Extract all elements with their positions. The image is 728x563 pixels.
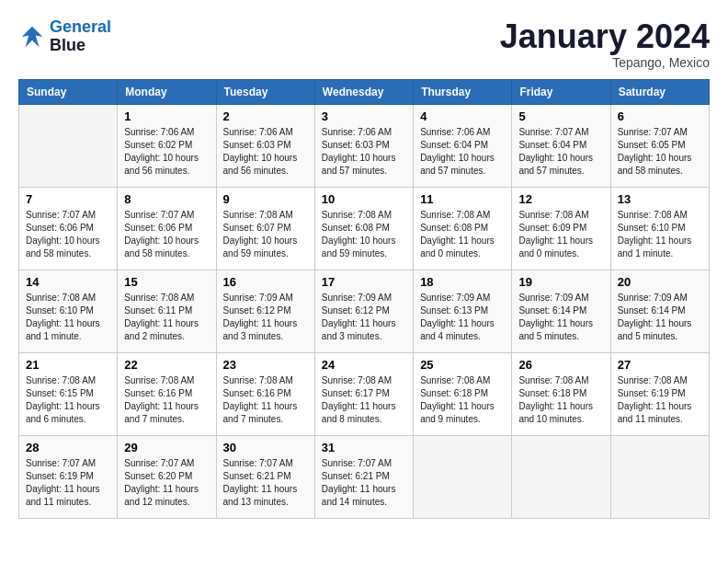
day-info: Sunrise: 7:08 AMSunset: 6:11 PMDaylight:… — [124, 292, 209, 343]
calendar-cell: 25Sunrise: 7:08 AMSunset: 6:18 PMDayligh… — [414, 352, 512, 435]
calendar-cell: 3Sunrise: 7:06 AMSunset: 6:03 PMDaylight… — [314, 104, 413, 187]
day-number: 10 — [322, 192, 406, 206]
calendar-table: SundayMondayTuesdayWednesdayThursdayFrid… — [18, 79, 710, 519]
day-info: Sunrise: 7:09 AMSunset: 6:14 PMDaylight:… — [618, 292, 702, 343]
calendar-cell: 10Sunrise: 7:08 AMSunset: 6:08 PMDayligh… — [314, 187, 413, 270]
day-info: Sunrise: 7:08 AMSunset: 6:15 PMDaylight:… — [26, 374, 110, 426]
calendar-cell: 26Sunrise: 7:08 AMSunset: 6:18 PMDayligh… — [512, 352, 610, 435]
day-header-monday: Monday — [118, 79, 216, 104]
day-number: 22 — [124, 358, 209, 372]
day-number: 12 — [518, 192, 603, 206]
calendar-cell: 5Sunrise: 7:07 AMSunset: 6:04 PMDaylight… — [512, 104, 610, 187]
day-info: Sunrise: 7:08 AMSunset: 6:19 PMDaylight:… — [618, 374, 702, 426]
calendar-cell: 18Sunrise: 7:09 AMSunset: 6:13 PMDayligh… — [414, 270, 512, 352]
calendar-cell: 16Sunrise: 7:09 AMSunset: 6:12 PMDayligh… — [216, 270, 314, 352]
day-info: Sunrise: 7:07 AMSunset: 6:04 PMDaylight:… — [518, 126, 603, 178]
calendar-cell: 7Sunrise: 7:07 AMSunset: 6:06 PMDaylight… — [19, 187, 118, 270]
day-info: Sunrise: 7:07 AMSunset: 6:06 PMDaylight:… — [26, 209, 110, 260]
calendar-cell — [19, 104, 118, 187]
day-number: 9 — [223, 192, 308, 206]
day-number: 27 — [618, 358, 702, 372]
day-number: 23 — [223, 358, 308, 372]
svg-marker-0 — [22, 27, 43, 48]
day-number: 15 — [124, 275, 209, 289]
day-number: 26 — [518, 358, 603, 372]
calendar-cell: 30Sunrise: 7:07 AMSunset: 6:21 PMDayligh… — [216, 435, 314, 518]
day-number: 29 — [124, 441, 209, 454]
day-info: Sunrise: 7:07 AMSunset: 6:21 PMDaylight:… — [223, 457, 308, 509]
day-info: Sunrise: 7:09 AMSunset: 6:12 PMDaylight:… — [223, 292, 308, 343]
calendar-cell: 14Sunrise: 7:08 AMSunset: 6:10 PMDayligh… — [19, 270, 118, 352]
calendar-week-5: 28Sunrise: 7:07 AMSunset: 6:19 PMDayligh… — [19, 435, 710, 518]
day-info: Sunrise: 7:08 AMSunset: 6:07 PMDaylight:… — [223, 209, 308, 260]
calendar-cell: 12Sunrise: 7:08 AMSunset: 6:09 PMDayligh… — [512, 187, 610, 270]
day-number: 1 — [124, 109, 209, 123]
day-info: Sunrise: 7:08 AMSunset: 6:17 PMDaylight:… — [322, 374, 406, 426]
day-header-tuesday: Tuesday — [216, 79, 314, 104]
day-info: Sunrise: 7:08 AMSunset: 6:10 PMDaylight:… — [26, 292, 110, 343]
calendar-cell: 13Sunrise: 7:08 AMSunset: 6:10 PMDayligh… — [610, 187, 709, 270]
day-number: 19 — [518, 275, 603, 289]
day-info: Sunrise: 7:08 AMSunset: 6:08 PMDaylight:… — [420, 209, 505, 260]
calendar-cell: 1Sunrise: 7:06 AMSunset: 6:02 PMDaylight… — [118, 104, 216, 187]
day-number: 5 — [518, 109, 603, 123]
title-block: January 2024 Tepango, Mexico — [500, 18, 710, 70]
day-info: Sunrise: 7:08 AMSunset: 6:18 PMDaylight:… — [518, 374, 603, 426]
day-number: 4 — [420, 109, 505, 123]
calendar-cell: 24Sunrise: 7:08 AMSunset: 6:17 PMDayligh… — [314, 352, 413, 435]
calendar-body: 1Sunrise: 7:06 AMSunset: 6:02 PMDaylight… — [19, 104, 710, 518]
day-info: Sunrise: 7:08 AMSunset: 6:16 PMDaylight:… — [223, 374, 308, 426]
calendar-cell: 6Sunrise: 7:07 AMSunset: 6:05 PMDaylight… — [610, 104, 709, 187]
day-number: 14 — [26, 275, 110, 289]
day-number: 31 — [322, 441, 406, 454]
day-number: 21 — [26, 358, 110, 372]
calendar-cell: 21Sunrise: 7:08 AMSunset: 6:15 PMDayligh… — [19, 352, 118, 435]
day-number: 20 — [618, 275, 702, 289]
logo-text: General Blue — [50, 18, 111, 55]
day-info: Sunrise: 7:09 AMSunset: 6:13 PMDaylight:… — [420, 292, 505, 343]
calendar-cell: 27Sunrise: 7:08 AMSunset: 6:19 PMDayligh… — [610, 352, 709, 435]
day-number: 30 — [223, 441, 308, 454]
calendar-cell: 23Sunrise: 7:08 AMSunset: 6:16 PMDayligh… — [216, 352, 314, 435]
calendar-cell: 31Sunrise: 7:07 AMSunset: 6:21 PMDayligh… — [314, 435, 413, 518]
day-info: Sunrise: 7:07 AMSunset: 6:19 PMDaylight:… — [26, 457, 110, 509]
day-number: 3 — [322, 109, 406, 123]
day-number: 18 — [420, 275, 505, 289]
calendar-cell: 28Sunrise: 7:07 AMSunset: 6:19 PMDayligh… — [19, 435, 118, 518]
calendar-cell — [610, 435, 709, 518]
calendar-cell: 29Sunrise: 7:07 AMSunset: 6:20 PMDayligh… — [118, 435, 216, 518]
day-info: Sunrise: 7:08 AMSunset: 6:08 PMDaylight:… — [322, 209, 406, 260]
calendar-cell — [512, 435, 610, 518]
day-number: 6 — [618, 109, 702, 123]
calendar-cell: 2Sunrise: 7:06 AMSunset: 6:03 PMDaylight… — [216, 104, 314, 187]
calendar-cell: 4Sunrise: 7:06 AMSunset: 6:04 PMDaylight… — [414, 104, 512, 187]
day-info: Sunrise: 7:06 AMSunset: 6:04 PMDaylight:… — [420, 126, 505, 178]
calendar-cell: 11Sunrise: 7:08 AMSunset: 6:08 PMDayligh… — [414, 187, 512, 270]
day-number: 7 — [26, 192, 110, 206]
day-info: Sunrise: 7:08 AMSunset: 6:16 PMDaylight:… — [124, 374, 209, 426]
calendar-cell: 15Sunrise: 7:08 AMSunset: 6:11 PMDayligh… — [118, 270, 216, 352]
day-info: Sunrise: 7:07 AMSunset: 6:20 PMDaylight:… — [124, 457, 209, 509]
calendar-cell: 17Sunrise: 7:09 AMSunset: 6:12 PMDayligh… — [314, 270, 413, 352]
calendar-cell: 9Sunrise: 7:08 AMSunset: 6:07 PMDaylight… — [216, 187, 314, 270]
day-info: Sunrise: 7:08 AMSunset: 6:10 PMDaylight:… — [618, 209, 702, 260]
day-info: Sunrise: 7:07 AMSunset: 6:21 PMDaylight:… — [322, 457, 406, 509]
logo-icon — [18, 23, 46, 51]
month-title: January 2024 — [500, 18, 710, 55]
day-header-wednesday: Wednesday — [314, 79, 413, 104]
calendar-cell: 20Sunrise: 7:09 AMSunset: 6:14 PMDayligh… — [610, 270, 709, 352]
header: General Blue January 2024 Tepango, Mexic… — [18, 18, 710, 70]
calendar-week-1: 1Sunrise: 7:06 AMSunset: 6:02 PMDaylight… — [19, 104, 710, 187]
calendar-header-row: SundayMondayTuesdayWednesdayThursdayFrid… — [19, 79, 710, 104]
calendar-week-4: 21Sunrise: 7:08 AMSunset: 6:15 PMDayligh… — [19, 352, 710, 435]
day-header-sunday: Sunday — [19, 79, 118, 104]
day-number: 11 — [420, 192, 505, 206]
day-info: Sunrise: 7:06 AMSunset: 6:03 PMDaylight:… — [322, 126, 406, 178]
day-number: 25 — [420, 358, 505, 372]
day-info: Sunrise: 7:06 AMSunset: 6:03 PMDaylight:… — [223, 126, 308, 178]
logo: General Blue — [18, 18, 111, 55]
day-info: Sunrise: 7:07 AMSunset: 6:06 PMDaylight:… — [124, 209, 209, 260]
calendar-cell: 8Sunrise: 7:07 AMSunset: 6:06 PMDaylight… — [118, 187, 216, 270]
day-header-thursday: Thursday — [414, 79, 512, 104]
calendar-cell: 19Sunrise: 7:09 AMSunset: 6:14 PMDayligh… — [512, 270, 610, 352]
